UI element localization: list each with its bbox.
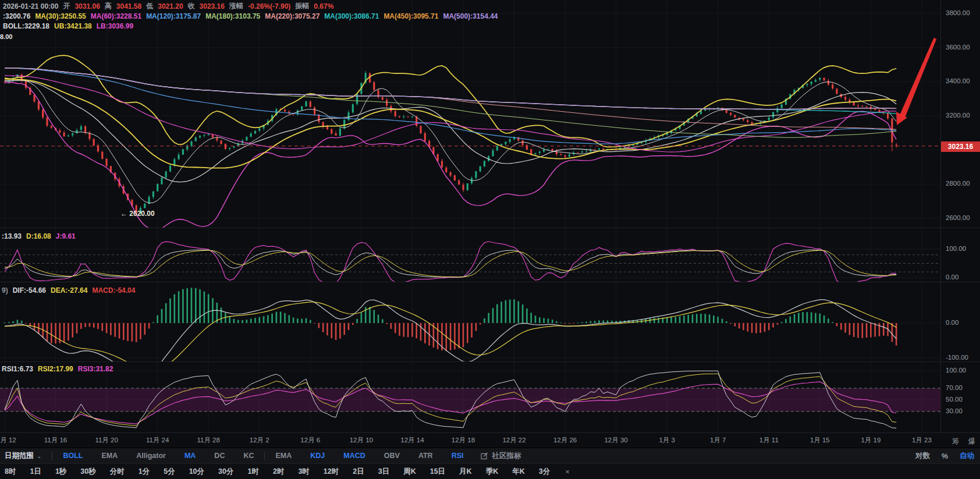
date-tick-label: 1月 19 (861, 436, 880, 445)
scale-controls: 对数%自动 (915, 448, 974, 464)
date-tick-label: 1月 7 (710, 436, 726, 445)
date-tick-label: 1月 23 (912, 436, 932, 445)
date-range-button[interactable]: 日期范围 ⌄ (5, 451, 41, 461)
scale-%[interactable]: % (942, 452, 948, 460)
date-tick-label: 1月 3 (659, 436, 675, 445)
timeframe-3时[interactable]: 3时 (298, 467, 309, 477)
community-indicators-button[interactable]: 社区指标 (481, 451, 521, 461)
divider (52, 452, 52, 460)
chip-爆[interactable]: 爆 (968, 437, 975, 445)
date-tick-label: 11月 20 (95, 436, 118, 445)
timeframe-30秒[interactable]: 30秒 (80, 467, 95, 477)
date-tick-label: 1月 15 (810, 436, 830, 445)
timeframe-分时[interactable]: 分时 (110, 467, 125, 477)
indicator-EMA[interactable]: EMA (275, 452, 292, 460)
timeframe-3分[interactable]: 3分 (539, 467, 550, 477)
timeframe-8时[interactable]: 8时 (5, 467, 16, 477)
date-tick-label: 12月 2 (250, 436, 269, 445)
indicator-DC[interactable]: DC (214, 452, 225, 460)
indicator-EMA[interactable]: EMA (101, 452, 118, 460)
divider (264, 452, 265, 460)
date-tick-label: 12月 10 (350, 436, 373, 445)
timeframe-周K[interactable]: 周K (403, 467, 416, 477)
date-tick-label: 12月 26 (553, 436, 577, 445)
indicator-MACD[interactable]: MACD (343, 452, 365, 460)
indicator-MA[interactable]: MA (184, 452, 196, 460)
indicator-KDJ[interactable]: KDJ (310, 452, 325, 460)
date-tick-label: 12月 18 (452, 436, 475, 445)
date-tick-label: 11月 24 (146, 436, 169, 445)
indicator-ATR[interactable]: ATR (418, 452, 433, 460)
timeframe-5分[interactable]: 5分 (164, 467, 175, 477)
scale-自动[interactable]: 自动 (960, 451, 974, 461)
date-range-label: 日期范围 (5, 451, 34, 461)
timeframe-toolbar: 8时1日1秒30秒分时1分5分10分30分1时2时3时12时2日3日周K15日月… (0, 463, 980, 479)
chart-canvas[interactable] (0, 0, 980, 433)
indicator-toolbar: 日期范围 ⌄ BOLLEMAAlligatorMADCKC EMAKDJMACD… (0, 448, 980, 463)
timeframe-2时[interactable]: 2时 (273, 467, 284, 477)
timeframe-月K[interactable]: 月K (459, 467, 472, 477)
date-tick-label: 1月 11 (759, 436, 779, 445)
chevron-down-icon: ⌄ (37, 453, 41, 459)
indicator-Alligator[interactable]: Alligator (136, 452, 166, 460)
timeframe-list: 8时1日1秒30秒分时1分5分10分30分1时2时3时12时2日3日周K15日月… (5, 467, 564, 477)
chip-筹[interactable]: 筹 (952, 437, 959, 445)
scale-对数[interactable]: 对数 (915, 451, 930, 461)
indicator-OBV[interactable]: OBV (384, 452, 400, 460)
date-tick-label: 12月 22 (502, 436, 525, 445)
indicator-BOLL[interactable]: BOLL (63, 452, 83, 460)
timeframe-2日[interactable]: 2日 (353, 467, 364, 477)
date-tick-label: 12月 30 (604, 436, 627, 445)
timeframe-30分[interactable]: 30分 (218, 467, 233, 477)
community-indicators-label: 社区指标 (492, 451, 521, 461)
timeframe-1时[interactable]: 1时 (247, 467, 258, 477)
overlay-indicator-group: BOLLEMAAlligatorMADCKC (63, 452, 254, 460)
indicator-KC[interactable]: KC (243, 452, 254, 460)
date-tick-label: 12月 6 (300, 436, 320, 445)
oscillator-indicator-group: EMAKDJMACDOBVATRRSI (275, 452, 463, 460)
date-tick-label: 12月 14 (400, 436, 424, 445)
timeframe-1秒[interactable]: 1秒 (55, 467, 66, 477)
edit-icon (481, 452, 488, 460)
timeframe-10分[interactable]: 10分 (189, 467, 204, 477)
timeframe-12时[interactable]: 12时 (324, 467, 339, 477)
timeframe-3日[interactable]: 3日 (378, 467, 389, 477)
timeframe-1分[interactable]: 1分 (139, 467, 150, 477)
date-tick-label: 11月 12 (0, 436, 16, 445)
date-tick-label: 11月 28 (197, 436, 219, 445)
date-tick-label: 11月 16 (44, 436, 67, 445)
timeframe-15日[interactable]: 15日 (430, 467, 445, 477)
trading-chart-window: { "header": { "line1": [ {"t":"2026-01-2… (0, 0, 980, 479)
close-icon[interactable]: × (565, 467, 570, 476)
timeframe-年K[interactable]: 年K (512, 467, 525, 477)
indicator-RSI[interactable]: RSI (452, 452, 464, 460)
timeframe-季K[interactable]: 季K (486, 467, 499, 477)
axis-chip-buttons: 筹爆 (943, 435, 975, 446)
timeframe-1日[interactable]: 1日 (30, 467, 41, 477)
